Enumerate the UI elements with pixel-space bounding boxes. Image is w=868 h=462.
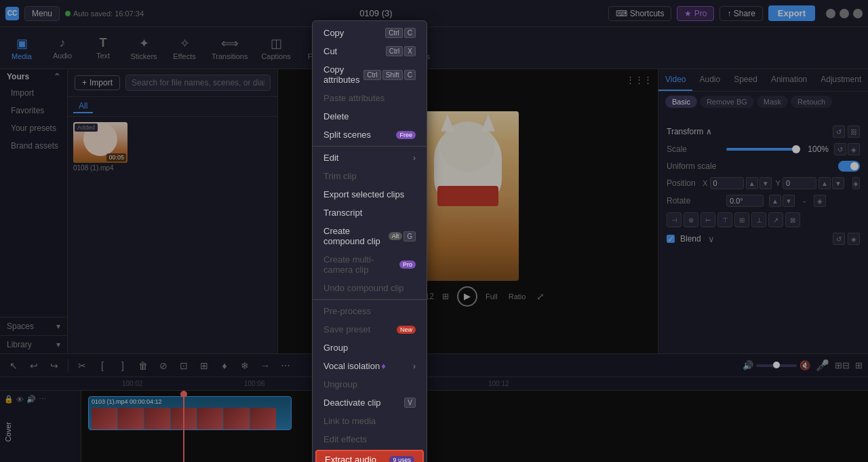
ctx-ungroup-label: Ungroup: [323, 379, 357, 389]
ctx-multicam: Create multi-camera clip Pro: [313, 250, 427, 279]
ctx-compound-clip[interactable]: Create compound clip Alt G: [313, 222, 427, 250]
ctx-transcript-label: Transcript: [323, 208, 362, 218]
ctx-paste-attr-label: Paste attributes: [323, 93, 384, 103]
ctx-compound-shortcut: Alt G: [386, 231, 416, 242]
ctx-sep2: [313, 299, 427, 300]
ctx-undo-compound-label: Undo compound clip: [323, 283, 404, 293]
ctx-delete[interactable]: Delete: [313, 107, 427, 126]
multicam-pro-badge: Pro: [399, 261, 416, 269]
ctx-compound-label: Create compound clip: [323, 226, 386, 246]
v-key: V: [404, 398, 416, 408]
shift-key: Shift: [382, 70, 403, 80]
ctrl-key: Ctrl: [385, 28, 403, 38]
ctx-group[interactable]: Group: [313, 339, 427, 357]
extract-uses-badge: 9 uses: [389, 456, 414, 463]
ctx-trim-clip: Trim clip: [313, 167, 427, 185]
ctx-link-label: Link to media: [323, 416, 376, 426]
ctx-edit-label: Edit: [323, 153, 338, 163]
ctx-copy-attr-shortcut: Ctrl Shift C: [363, 70, 416, 80]
ctx-edit-effects-label: Edit effects: [323, 434, 367, 444]
ctx-copy-label: Copy: [323, 28, 344, 38]
ctx-copy-shortcut: Ctrl C: [385, 28, 416, 38]
ctx-cut-shortcut: Ctrl X: [386, 46, 416, 56]
compound-alt-badge: Alt: [389, 232, 403, 240]
ctx-trim-label: Trim clip: [323, 171, 357, 181]
ctx-ungroup: Ungroup: [313, 375, 427, 393]
x-key: X: [404, 46, 416, 56]
ctx-export-label: Export selected clips: [323, 189, 404, 199]
ctx-transcript[interactable]: Transcript: [313, 204, 427, 222]
ctx-extract-audio[interactable]: Extract audio 9 uses: [315, 450, 424, 462]
ctx-export-clips[interactable]: Export selected clips: [313, 185, 427, 204]
ctx-split-label: Split scenes: [323, 130, 371, 140]
split-free-badge: Free: [396, 131, 416, 139]
ctx-undo-compound: Undo compound clip: [313, 279, 427, 297]
ctx-paste-attr: Paste attributes: [313, 89, 427, 107]
ctx-preprocess-label: Pre-process: [323, 306, 371, 316]
ctx-vocal-label: Vocal isolation: [323, 361, 380, 371]
ctx-link-media: Link to media: [313, 412, 427, 430]
ctx-save-preset-label: Save preset: [323, 324, 370, 334]
context-menu: Copy Ctrl C Cut Ctrl X Copy attributes C…: [312, 20, 427, 462]
ctx-edit-effects: Edit effects: [313, 430, 427, 448]
ctx-sep1: [313, 146, 427, 147]
ctrl-key2: Ctrl: [386, 46, 403, 56]
g-key: G: [403, 231, 416, 242]
context-menu-overlay[interactable]: [0, 0, 868, 462]
ctx-group-label: Group: [323, 343, 348, 353]
ctx-edit-arrow: ›: [413, 153, 416, 163]
ctx-edit[interactable]: Edit ›: [313, 149, 427, 167]
ctx-split-scenes[interactable]: Split scenes Free: [313, 126, 427, 144]
ctx-copy-attr[interactable]: Copy attributes Ctrl Shift C: [313, 60, 427, 89]
ctx-copy-attr-label: Copy attributes: [323, 64, 363, 85]
ctx-cut[interactable]: Cut Ctrl X: [313, 42, 427, 60]
ctx-extract-audio-label: Extract audio: [325, 455, 376, 462]
ctx-cut-label: Cut: [323, 46, 337, 56]
ctx-save-preset: Save preset New: [313, 320, 427, 339]
c-key: C: [404, 28, 416, 38]
ctx-copy[interactable]: Copy Ctrl C: [313, 24, 427, 42]
save-preset-badge: New: [397, 326, 416, 334]
ctx-delete-label: Delete: [323, 111, 349, 121]
ctx-deactivate-label: Deactivate clip: [323, 398, 381, 408]
ctx-preprocess: Pre-process: [313, 302, 427, 320]
ctx-vocal-isolation[interactable]: Vocal isolation ♦ ›: [313, 357, 427, 375]
vocal-arrow: ›: [413, 362, 416, 371]
ctrl-key3: Ctrl: [363, 70, 381, 80]
vocal-pro-icon: ♦: [381, 361, 386, 371]
ctx-deactivate[interactable]: Deactivate clip V: [313, 393, 427, 412]
ctx-multicam-label: Create multi-camera clip: [323, 254, 397, 275]
c-key2: C: [404, 70, 416, 80]
